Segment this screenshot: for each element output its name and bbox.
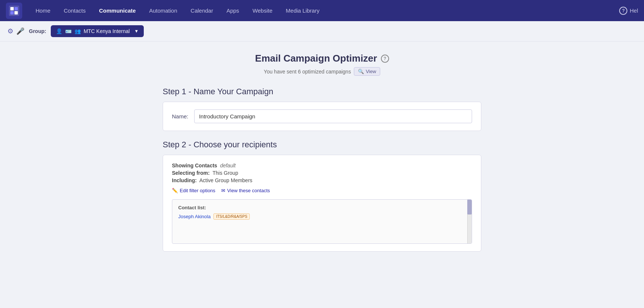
search-icon: 🔍: [358, 69, 364, 74]
email-icon: ✉: [221, 188, 225, 193]
title-help-icon[interactable]: ?: [381, 55, 389, 63]
edit-filter-label: Edit filter options: [180, 188, 215, 193]
group-type-icon-card: 🪪: [65, 28, 72, 34]
pencil-icon: ✏️: [172, 188, 178, 193]
group-label-text: Group:: [29, 28, 46, 34]
filter-actions: ✏️ Edit filter options ✉ View these cont…: [172, 188, 472, 193]
group-selector[interactable]: 👤 🪪 👥 MTC Kenya Internal ▼: [51, 25, 144, 37]
group-type-icon-network: 👥: [74, 28, 81, 34]
group-icons: ⚙ 🎤: [7, 27, 24, 35]
selecting-from-value: This Group: [212, 170, 238, 176]
nav-items: Home Contacts Communicate Automation Cal…: [30, 4, 619, 17]
nav-website[interactable]: Website: [246, 4, 278, 17]
nav-contacts[interactable]: Contacts: [58, 4, 92, 17]
nav-calendar[interactable]: Calendar: [185, 4, 219, 17]
nav-home[interactable]: Home: [30, 4, 56, 17]
showing-contacts-line: Showing Contacts default: [172, 163, 472, 168]
view-label: View: [366, 69, 376, 74]
step1-card: Name:: [163, 102, 481, 131]
view-contacts-link[interactable]: ✉ View these contacts: [221, 188, 270, 193]
step2-section: Step 2 - Choose your recipients Showing …: [163, 140, 481, 252]
including-value: Active Group Members: [199, 177, 252, 183]
subtitle-text: You have sent 6 optimized campaigns: [264, 69, 351, 75]
page-title-area: Email Campaign Optimizer ? You have sent…: [163, 53, 481, 76]
campaign-name-input[interactable]: [194, 109, 472, 123]
edit-filter-link[interactable]: ✏️ Edit filter options: [172, 188, 215, 193]
scrollbar-thumb[interactable]: [467, 200, 472, 214]
group-type-icon-person: 👤: [56, 28, 62, 34]
settings-icon: ⚙: [7, 27, 13, 35]
view-contacts-label: View these contacts: [227, 188, 270, 193]
contact-list-inner: Contact list: Joseph Akinola ITS/L&D/R&A…: [172, 200, 472, 226]
selecting-from-line: Selecting from: This Group: [172, 170, 472, 176]
help-icon[interactable]: ?: [619, 7, 627, 15]
contact-name[interactable]: Joseph Akinola: [178, 214, 210, 219]
name-row: Name:: [172, 109, 472, 123]
scrollbar-track[interactable]: [467, 200, 472, 243]
main-content: Email Campaign Optimizer ? You have sent…: [0, 42, 644, 272]
subtitle: You have sent 6 optimized campaigns 🔍 Vi…: [163, 67, 481, 76]
contact-tag: ITS/L&D/R&A/SPS: [213, 213, 250, 220]
group-bar: ⚙ 🎤 Group: 👤 🪪 👥 MTC Kenya Internal ▼: [0, 21, 644, 42]
page-title: Email Campaign Optimizer ?: [255, 53, 389, 64]
step1-section: Step 1 - Name Your Campaign Name:: [163, 87, 481, 131]
app-logo[interactable]: [6, 3, 22, 19]
name-label: Name:: [172, 113, 188, 119]
step1-heading: Step 1 - Name Your Campaign: [163, 87, 481, 96]
chevron-down-icon: ▼: [134, 29, 139, 34]
mic-icon: 🎤: [16, 27, 24, 35]
recipients-info: Showing Contacts default Selecting from:…: [172, 163, 472, 193]
step2-card: Showing Contacts default Selecting from:…: [163, 155, 481, 252]
help-label: Hel: [630, 7, 638, 14]
help-area: ? Hel: [619, 7, 638, 15]
showing-contacts-label: Showing Contacts: [172, 163, 217, 168]
including-line: Including: Active Group Members: [172, 177, 472, 183]
nav-apps[interactable]: Apps: [220, 4, 245, 17]
showing-contacts-value: default: [220, 163, 236, 168]
table-row: Joseph Akinola ITS/L&D/R&A/SPS: [178, 213, 466, 220]
view-button[interactable]: 🔍 View: [354, 67, 380, 76]
including-label: Including:: [172, 177, 197, 183]
navbar: Home Contacts Communicate Automation Cal…: [0, 0, 644, 21]
selecting-from-label: Selecting from:: [172, 170, 210, 176]
step2-heading: Step 2 - Choose your recipients: [163, 140, 481, 150]
contact-list-box: Contact list: Joseph Akinola ITS/L&D/R&A…: [172, 199, 472, 244]
group-name: MTC Kenya Internal: [84, 28, 130, 34]
nav-media-library[interactable]: Media Library: [280, 4, 325, 17]
content-center: Email Campaign Optimizer ? You have sent…: [163, 53, 481, 252]
nav-automation[interactable]: Automation: [143, 4, 183, 17]
nav-communicate[interactable]: Communicate: [93, 4, 142, 17]
contact-list-label: Contact list:: [178, 205, 466, 210]
